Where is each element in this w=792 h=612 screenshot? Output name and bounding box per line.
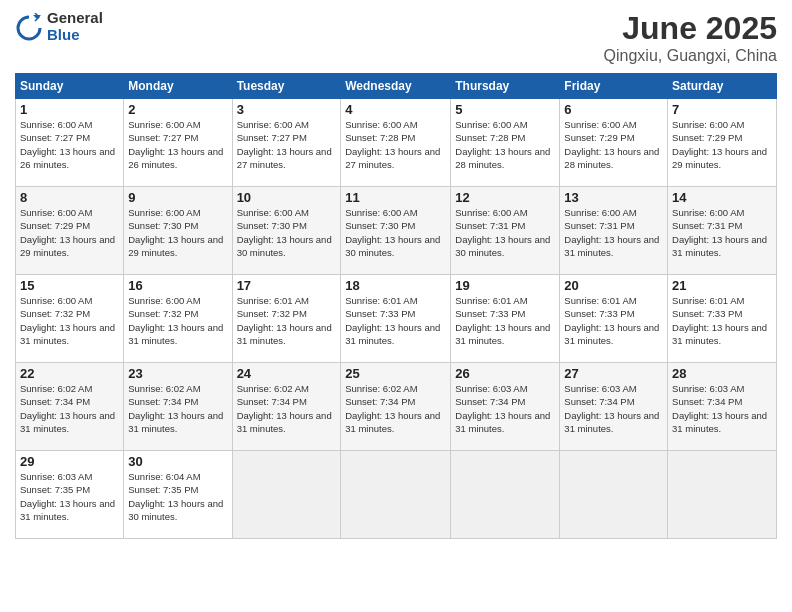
- title-section: June 2025 Qingxiu, Guangxi, China: [604, 10, 777, 65]
- day-number: 9: [128, 190, 227, 205]
- cell-info: Sunrise: 6:04 AM Sunset: 7:35 PM Dayligh…: [128, 470, 227, 523]
- day-number: 22: [20, 366, 119, 381]
- table-row: 1 Sunrise: 6:00 AM Sunset: 7:27 PM Dayli…: [16, 99, 124, 187]
- cell-info: Sunrise: 6:00 AM Sunset: 7:27 PM Dayligh…: [128, 118, 227, 171]
- day-number: 12: [455, 190, 555, 205]
- table-row: 6 Sunrise: 6:00 AM Sunset: 7:29 PM Dayli…: [560, 99, 668, 187]
- table-row: 10 Sunrise: 6:00 AM Sunset: 7:30 PM Dayl…: [232, 187, 341, 275]
- cell-info: Sunrise: 6:01 AM Sunset: 7:33 PM Dayligh…: [672, 294, 772, 347]
- header-friday: Friday: [560, 74, 668, 99]
- cell-info: Sunrise: 6:01 AM Sunset: 7:33 PM Dayligh…: [564, 294, 663, 347]
- cell-info: Sunrise: 6:00 AM Sunset: 7:28 PM Dayligh…: [345, 118, 446, 171]
- table-row: 25 Sunrise: 6:02 AM Sunset: 7:34 PM Dayl…: [341, 363, 451, 451]
- table-row: 20 Sunrise: 6:01 AM Sunset: 7:33 PM Dayl…: [560, 275, 668, 363]
- logo: General Blue: [15, 10, 103, 43]
- day-number: 6: [564, 102, 663, 117]
- day-number: 15: [20, 278, 119, 293]
- day-number: 5: [455, 102, 555, 117]
- day-number: 17: [237, 278, 337, 293]
- header-saturday: Saturday: [668, 74, 777, 99]
- day-number: 16: [128, 278, 227, 293]
- day-number: 7: [672, 102, 772, 117]
- table-row: [341, 451, 451, 539]
- day-number: 29: [20, 454, 119, 469]
- cell-info: Sunrise: 6:01 AM Sunset: 7:33 PM Dayligh…: [345, 294, 446, 347]
- day-number: 28: [672, 366, 772, 381]
- header-thursday: Thursday: [451, 74, 560, 99]
- cell-info: Sunrise: 6:00 AM Sunset: 7:32 PM Dayligh…: [128, 294, 227, 347]
- table-row: 19 Sunrise: 6:01 AM Sunset: 7:33 PM Dayl…: [451, 275, 560, 363]
- table-row: 7 Sunrise: 6:00 AM Sunset: 7:29 PM Dayli…: [668, 99, 777, 187]
- table-row: 13 Sunrise: 6:00 AM Sunset: 7:31 PM Dayl…: [560, 187, 668, 275]
- cell-info: Sunrise: 6:00 AM Sunset: 7:29 PM Dayligh…: [20, 206, 119, 259]
- cell-info: Sunrise: 6:00 AM Sunset: 7:29 PM Dayligh…: [564, 118, 663, 171]
- table-row: 30 Sunrise: 6:04 AM Sunset: 7:35 PM Dayl…: [124, 451, 232, 539]
- table-row: [560, 451, 668, 539]
- table-row: 27 Sunrise: 6:03 AM Sunset: 7:34 PM Dayl…: [560, 363, 668, 451]
- day-number: 19: [455, 278, 555, 293]
- day-number: 18: [345, 278, 446, 293]
- table-row: 4 Sunrise: 6:00 AM Sunset: 7:28 PM Dayli…: [341, 99, 451, 187]
- header-sunday: Sunday: [16, 74, 124, 99]
- day-number: 4: [345, 102, 446, 117]
- cell-info: Sunrise: 6:01 AM Sunset: 7:32 PM Dayligh…: [237, 294, 337, 347]
- cell-info: Sunrise: 6:02 AM Sunset: 7:34 PM Dayligh…: [237, 382, 337, 435]
- cell-info: Sunrise: 6:03 AM Sunset: 7:34 PM Dayligh…: [455, 382, 555, 435]
- header-row: Sunday Monday Tuesday Wednesday Thursday…: [16, 74, 777, 99]
- page: General Blue June 2025 Qingxiu, Guangxi,…: [0, 0, 792, 612]
- cell-info: Sunrise: 6:03 AM Sunset: 7:35 PM Dayligh…: [20, 470, 119, 523]
- cell-info: Sunrise: 6:00 AM Sunset: 7:30 PM Dayligh…: [128, 206, 227, 259]
- table-row: [451, 451, 560, 539]
- cell-info: Sunrise: 6:00 AM Sunset: 7:29 PM Dayligh…: [672, 118, 772, 171]
- table-row: 17 Sunrise: 6:01 AM Sunset: 7:32 PM Dayl…: [232, 275, 341, 363]
- cell-info: Sunrise: 6:00 AM Sunset: 7:30 PM Dayligh…: [345, 206, 446, 259]
- table-row: 28 Sunrise: 6:03 AM Sunset: 7:34 PM Dayl…: [668, 363, 777, 451]
- day-number: 26: [455, 366, 555, 381]
- header-monday: Monday: [124, 74, 232, 99]
- cell-info: Sunrise: 6:00 AM Sunset: 7:31 PM Dayligh…: [672, 206, 772, 259]
- day-number: 1: [20, 102, 119, 117]
- calendar-body: 1 Sunrise: 6:00 AM Sunset: 7:27 PM Dayli…: [16, 99, 777, 539]
- day-number: 23: [128, 366, 227, 381]
- table-row: 21 Sunrise: 6:01 AM Sunset: 7:33 PM Dayl…: [668, 275, 777, 363]
- logo-blue: Blue: [47, 27, 103, 44]
- table-row: 9 Sunrise: 6:00 AM Sunset: 7:30 PM Dayli…: [124, 187, 232, 275]
- cell-info: Sunrise: 6:00 AM Sunset: 7:31 PM Dayligh…: [564, 206, 663, 259]
- day-number: 10: [237, 190, 337, 205]
- day-number: 21: [672, 278, 772, 293]
- day-number: 25: [345, 366, 446, 381]
- table-row: 23 Sunrise: 6:02 AM Sunset: 7:34 PM Dayl…: [124, 363, 232, 451]
- table-row: 18 Sunrise: 6:01 AM Sunset: 7:33 PM Dayl…: [341, 275, 451, 363]
- logo-text: General Blue: [47, 10, 103, 43]
- cell-info: Sunrise: 6:02 AM Sunset: 7:34 PM Dayligh…: [20, 382, 119, 435]
- day-number: 30: [128, 454, 227, 469]
- cell-info: Sunrise: 6:00 AM Sunset: 7:32 PM Dayligh…: [20, 294, 119, 347]
- day-number: 2: [128, 102, 227, 117]
- calendar-title: June 2025: [604, 10, 777, 47]
- cell-info: Sunrise: 6:01 AM Sunset: 7:33 PM Dayligh…: [455, 294, 555, 347]
- table-row: 11 Sunrise: 6:00 AM Sunset: 7:30 PM Dayl…: [341, 187, 451, 275]
- cell-info: Sunrise: 6:03 AM Sunset: 7:34 PM Dayligh…: [564, 382, 663, 435]
- table-row: 14 Sunrise: 6:00 AM Sunset: 7:31 PM Dayl…: [668, 187, 777, 275]
- day-number: 11: [345, 190, 446, 205]
- table-row: 12 Sunrise: 6:00 AM Sunset: 7:31 PM Dayl…: [451, 187, 560, 275]
- table-row: 26 Sunrise: 6:03 AM Sunset: 7:34 PM Dayl…: [451, 363, 560, 451]
- calendar-header: Sunday Monday Tuesday Wednesday Thursday…: [16, 74, 777, 99]
- cell-info: Sunrise: 6:00 AM Sunset: 7:27 PM Dayligh…: [20, 118, 119, 171]
- logo-icon: [15, 13, 43, 41]
- table-row: [668, 451, 777, 539]
- cell-info: Sunrise: 6:02 AM Sunset: 7:34 PM Dayligh…: [345, 382, 446, 435]
- cell-info: Sunrise: 6:00 AM Sunset: 7:30 PM Dayligh…: [237, 206, 337, 259]
- day-number: 8: [20, 190, 119, 205]
- day-number: 24: [237, 366, 337, 381]
- day-number: 27: [564, 366, 663, 381]
- header-wednesday: Wednesday: [341, 74, 451, 99]
- cell-info: Sunrise: 6:00 AM Sunset: 7:31 PM Dayligh…: [455, 206, 555, 259]
- table-row: [232, 451, 341, 539]
- cell-info: Sunrise: 6:00 AM Sunset: 7:28 PM Dayligh…: [455, 118, 555, 171]
- table-row: 29 Sunrise: 6:03 AM Sunset: 7:35 PM Dayl…: [16, 451, 124, 539]
- table-row: 2 Sunrise: 6:00 AM Sunset: 7:27 PM Dayli…: [124, 99, 232, 187]
- table-row: 5 Sunrise: 6:00 AM Sunset: 7:28 PM Dayli…: [451, 99, 560, 187]
- cell-info: Sunrise: 6:02 AM Sunset: 7:34 PM Dayligh…: [128, 382, 227, 435]
- table-row: 8 Sunrise: 6:00 AM Sunset: 7:29 PM Dayli…: [16, 187, 124, 275]
